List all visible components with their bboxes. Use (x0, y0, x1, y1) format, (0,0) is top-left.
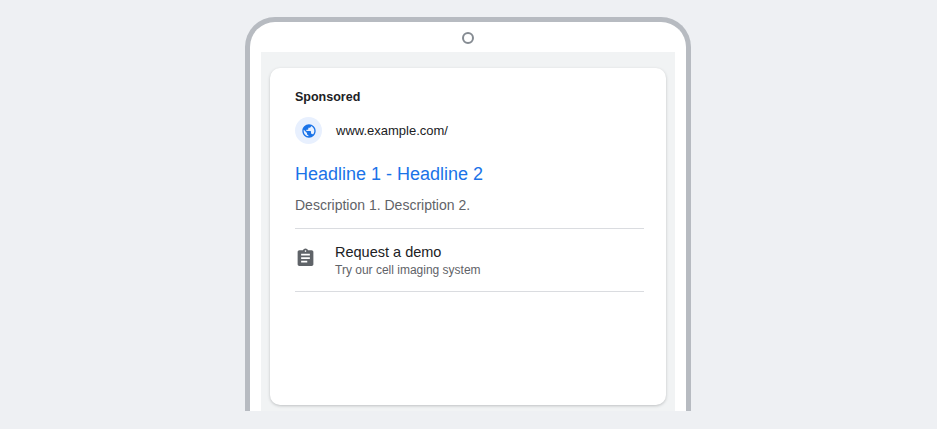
ad-card: Sponsored www.example.com/ Headline 1 - … (270, 68, 666, 405)
camera-dot-icon (462, 32, 474, 44)
sitelink-text: Request a demo Try our cell imaging syst… (335, 244, 481, 277)
clipboard-icon (295, 246, 316, 270)
ad-description: Description 1. Description 2. (295, 196, 644, 214)
mobile-ad-preview: Sponsored www.example.com/ Headline 1 - … (245, 17, 691, 411)
divider (295, 291, 644, 292)
phone-mockup-frame: Sponsored www.example.com/ Headline 1 - … (245, 17, 691, 411)
sitelink-row[interactable]: Request a demo Try our cell imaging syst… (295, 244, 644, 277)
advertiser-row: www.example.com/ (295, 117, 644, 144)
display-url: www.example.com/ (336, 123, 448, 138)
sitelink-title[interactable]: Request a demo (335, 244, 481, 261)
sitelink-subtitle: Try our cell imaging system (335, 263, 481, 277)
globe-icon (295, 117, 322, 144)
divider (295, 228, 644, 229)
sponsored-label: Sponsored (295, 90, 644, 104)
phone-screen: Sponsored www.example.com/ Headline 1 - … (261, 52, 675, 411)
ad-headline-link[interactable]: Headline 1 - Headline 2 (295, 163, 644, 185)
